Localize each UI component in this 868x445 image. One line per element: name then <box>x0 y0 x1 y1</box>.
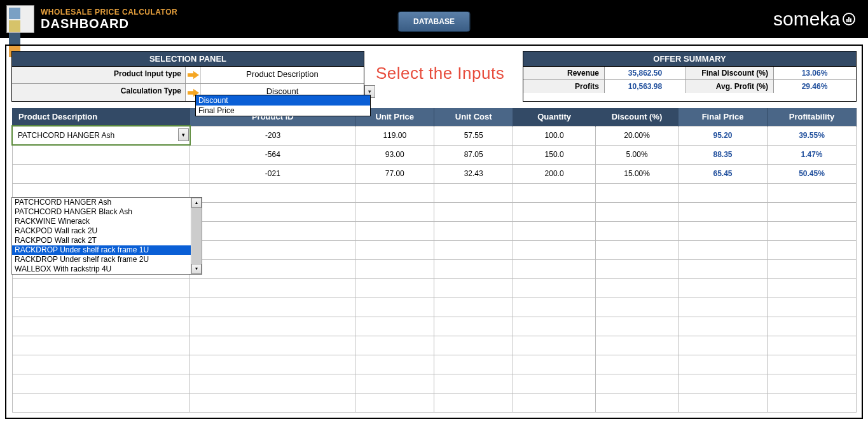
cell: 1.47% <box>767 145 856 164</box>
selection-panel-head: SELECTION PANEL <box>12 51 364 67</box>
cell[interactable] <box>190 183 355 202</box>
cell[interactable]: 15.00% <box>596 164 679 183</box>
scroll-up-icon[interactable]: ▴ <box>191 198 202 208</box>
cell[interactable] <box>190 202 355 221</box>
cell[interactable] <box>12 393 190 412</box>
cell[interactable] <box>190 298 355 317</box>
cell[interactable] <box>513 202 596 221</box>
final-discount-value: 13.06% <box>774 67 855 79</box>
dropdown-option[interactable]: Final Price <box>196 106 370 116</box>
col-discount: Discount (%) <box>596 108 679 126</box>
cell[interactable] <box>12 298 190 317</box>
cell[interactable] <box>513 298 596 317</box>
cell[interactable] <box>12 374 190 393</box>
scroll-thumb[interactable] <box>192 208 201 264</box>
final-discount-label: Final Discount (%) <box>686 67 774 79</box>
cell[interactable] <box>513 259 596 278</box>
cell[interactable] <box>190 393 355 412</box>
cell[interactable] <box>596 278 679 298</box>
dropdown-option[interactable]: PATCHCORD HANGER Black Ash <box>12 207 191 217</box>
cell[interactable] <box>190 240 355 259</box>
cell[interactable] <box>190 221 355 240</box>
dropdown-option[interactable]: WALLBOX With rackstrip 4U <box>12 264 191 274</box>
table-row <box>12 393 857 412</box>
dropdown-option[interactable]: RACKDROP Under shelf rack frame 2U <box>12 255 191 264</box>
cell <box>434 278 513 298</box>
cell[interactable] <box>513 393 596 412</box>
cell[interactable] <box>12 355 190 374</box>
cell[interactable]: 5.00% <box>596 145 679 164</box>
table-row: -02177.0032.43200.015.00%65.4550.45% <box>12 164 857 183</box>
dropdown-trigger-icon[interactable] <box>178 128 189 141</box>
table-row <box>12 278 857 298</box>
cell[interactable] <box>596 393 679 412</box>
offer-summary-panel: OFFER SUMMARY Revenue 35,862.50 Final Di… <box>523 51 857 102</box>
dropdown-option[interactable]: RACKPOD Wall rack 2U <box>12 226 191 236</box>
cell[interactable]: 20.00% <box>596 126 679 145</box>
dropdown-option[interactable]: RACKDROP Under shelf rack frame 1U <box>12 245 191 255</box>
product-description-dropdown[interactable]: PATCHCORD HANGER AshPATCHCORD HANGER Bla… <box>11 197 202 275</box>
cell[interactable]: -021 <box>190 164 355 183</box>
cell[interactable]: 100.0 <box>513 126 596 145</box>
dropdown-option[interactable]: PATCHCORD HANGER Ash <box>12 198 191 207</box>
table-row <box>12 336 857 355</box>
hint-text: Select the Inputs <box>369 51 504 102</box>
scroll-down-icon[interactable]: ▾ <box>191 264 202 274</box>
cell <box>355 374 434 393</box>
cell[interactable] <box>596 298 679 317</box>
cell[interactable] <box>12 278 190 298</box>
cell[interactable] <box>513 221 596 240</box>
cell[interactable]: PATCHCORD HANGER Ash <box>12 126 190 145</box>
cell[interactable] <box>190 355 355 374</box>
cell <box>767 183 856 202</box>
selection-panel: SELECTION PANEL Product Input type Produ… <box>11 51 364 102</box>
cell[interactable] <box>596 355 679 374</box>
cell[interactable] <box>596 240 679 259</box>
app-title: WHOLESALE PRICE CALCULATOR <box>41 8 177 17</box>
cell[interactable] <box>190 317 355 336</box>
cell: 32.43 <box>434 164 513 183</box>
cell[interactable] <box>596 221 679 240</box>
cell <box>767 393 856 412</box>
cell[interactable]: -203 <box>190 126 355 145</box>
cell[interactable] <box>190 278 355 298</box>
cell[interactable] <box>513 183 596 202</box>
cell[interactable] <box>513 278 596 298</box>
cell <box>679 240 768 259</box>
cell[interactable] <box>513 240 596 259</box>
cell[interactable] <box>12 145 190 164</box>
cell[interactable] <box>12 317 190 336</box>
cell[interactable]: 200.0 <box>513 164 596 183</box>
header-left: WHOLESALE PRICE CALCULATOR DASHBOARD <box>6 5 177 33</box>
cell[interactable] <box>596 374 679 393</box>
cell[interactable] <box>190 336 355 355</box>
col-quantity: Quantity <box>513 108 596 126</box>
cell[interactable] <box>596 259 679 278</box>
dropdown-option[interactable]: RACKPOD Wall rack 2T <box>12 236 191 245</box>
dropdown-scrollbar[interactable]: ▴ ▾ <box>191 198 202 274</box>
cell[interactable] <box>513 317 596 336</box>
cell[interactable] <box>12 164 190 183</box>
page-title: DASHBOARD <box>41 17 177 31</box>
dropdown-option[interactable]: Discount <box>196 95 370 106</box>
cell[interactable] <box>513 355 596 374</box>
cell: 88.35 <box>679 145 768 164</box>
cell[interactable] <box>12 336 190 355</box>
cell[interactable]: 150.0 <box>513 145 596 164</box>
dropdown-option[interactable]: RACKWINE Winerack <box>12 217 191 226</box>
cell[interactable] <box>190 259 355 278</box>
cell[interactable] <box>513 374 596 393</box>
cell[interactable] <box>596 202 679 221</box>
cell[interactable] <box>596 317 679 336</box>
cell[interactable] <box>596 336 679 355</box>
database-button[interactable]: DATABASE <box>397 11 471 32</box>
cell[interactable] <box>596 183 679 202</box>
cell[interactable] <box>513 336 596 355</box>
dashboard-content: SELECTION PANEL Product Input type Produ… <box>5 44 863 419</box>
cell: 87.05 <box>434 145 513 164</box>
calculation-type-dropdown[interactable]: Discount Final Price <box>195 95 371 116</box>
product-input-type-value[interactable]: Product Description <box>201 67 364 83</box>
cell[interactable] <box>190 374 355 393</box>
cell[interactable]: -564 <box>190 145 355 164</box>
cell <box>434 240 513 259</box>
